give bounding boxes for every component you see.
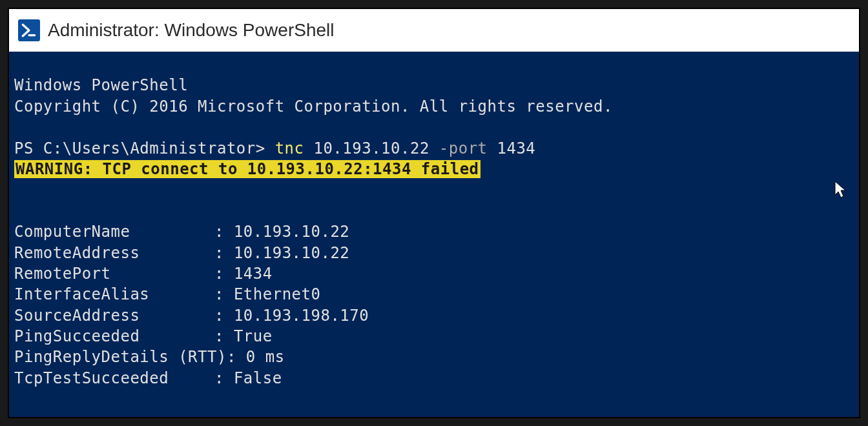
result-row: SourceAddress: 10.193.198.170 [14, 307, 369, 325]
result-row: InterfaceAlias: Ethernet0 [14, 285, 320, 303]
result-separator: : [214, 369, 234, 387]
result-key: ComputerName [14, 221, 214, 242]
result-row: PingReplyDetails (RTT): 0 ms [14, 348, 285, 366]
command: tnc [275, 139, 304, 157]
result-row: RemotePort: 1434 [14, 265, 273, 283]
terminal-output[interactable]: Windows PowerShell Copyright (C) 2016 Mi… [9, 52, 859, 417]
result-key: RemoteAddress [14, 243, 214, 263]
titlebar[interactable]: Administrator: Windows PowerShell [9, 9, 859, 52]
result-value: False [234, 369, 282, 387]
result-row: TcpTestSucceeded: False [14, 369, 282, 387]
banner-line-1: Windows PowerShell [14, 76, 188, 94]
result-separator: : [214, 285, 234, 303]
result-key: PingReplyDetails (RTT) [14, 347, 227, 367]
banner-line-2: Copyright (C) 2016 Microsoft Corporation… [14, 97, 613, 116]
result-separator: : [214, 265, 234, 283]
window-title: Administrator: Windows PowerShell [48, 20, 335, 41]
prompt-line: PS C:\Users\Administrator> tnc 10.193.10… [14, 139, 535, 157]
result-value: 10.193.10.22 [234, 244, 349, 262]
powershell-icon [18, 19, 40, 41]
result-separator: : [214, 327, 234, 345]
result-separator: : [214, 223, 234, 241]
result-key: TcpTestSucceeded [14, 368, 214, 389]
result-value: 10.193.10.22 [234, 223, 349, 241]
result-separator: : [214, 307, 234, 325]
result-separator: : [214, 244, 234, 262]
command-arg-host: 10.193.10.22 [313, 139, 429, 157]
result-value: 10.193.198.170 [234, 307, 369, 325]
warning-message: WARNING: TCP connect to 10.193.10.22:143… [14, 160, 480, 178]
result-value: True [234, 327, 273, 345]
result-key: InterfaceAlias [14, 284, 214, 305]
prompt: PS C:\Users\Administrator> [14, 139, 265, 157]
result-separator: : [227, 348, 246, 366]
command-param-port: -port [439, 139, 488, 157]
result-row: ComputerName: 10.193.10.22 [14, 223, 349, 241]
result-row: RemoteAddress: 10.193.10.22 [14, 244, 349, 262]
result-key: SourceAddress [14, 305, 214, 326]
command-arg-port: 1434 [497, 139, 536, 157]
result-value: 1434 [234, 265, 273, 283]
powershell-window: Administrator: Windows PowerShell Window… [8, 8, 860, 418]
result-key: PingSucceeded [14, 326, 214, 347]
result-value: Ethernet0 [234, 285, 321, 303]
result-row: PingSucceeded: True [14, 327, 273, 345]
result-key: RemotePort [14, 263, 214, 284]
result-value: 0 ms [246, 348, 285, 366]
